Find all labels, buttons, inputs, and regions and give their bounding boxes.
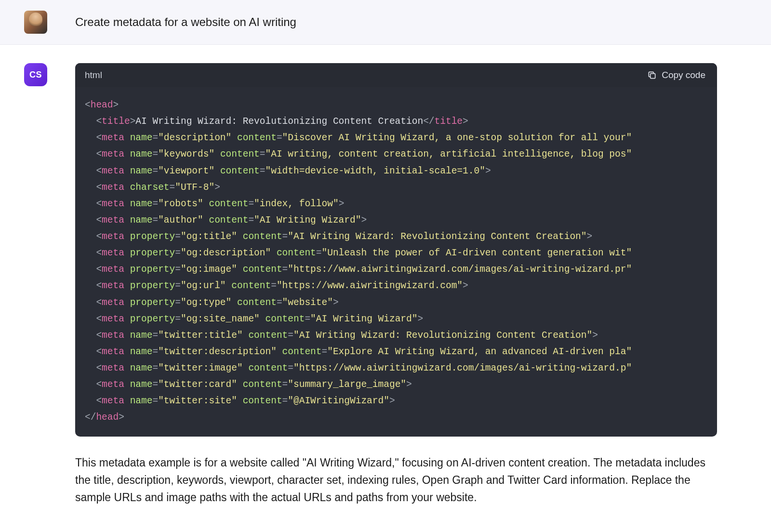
copy-code-label: Copy code — [662, 70, 705, 80]
code-block-header: html Copy code — [75, 63, 717, 87]
copy-icon — [647, 70, 657, 80]
copy-code-button[interactable]: Copy code — [647, 70, 705, 80]
user-avatar — [24, 11, 47, 34]
code-block: html Copy code <head> <title>AI Writing … — [75, 63, 717, 437]
code-language-label: html — [85, 70, 102, 80]
user-message-row: Create metadata for a website on AI writ… — [0, 0, 771, 45]
code-body[interactable]: <head> <title>AI Writing Wizard: Revolut… — [75, 87, 717, 437]
svg-rect-0 — [651, 74, 655, 79]
assistant-message-row: CS html Copy code <head> <title>AI Writi… — [0, 45, 771, 506]
assistant-content: html Copy code <head> <title>AI Writing … — [75, 63, 717, 506]
assistant-explanation: This metadata example is for a website c… — [75, 454, 717, 506]
assistant-avatar: CS — [24, 63, 47, 86]
user-prompt-text: Create metadata for a website on AI writ… — [75, 15, 296, 29]
